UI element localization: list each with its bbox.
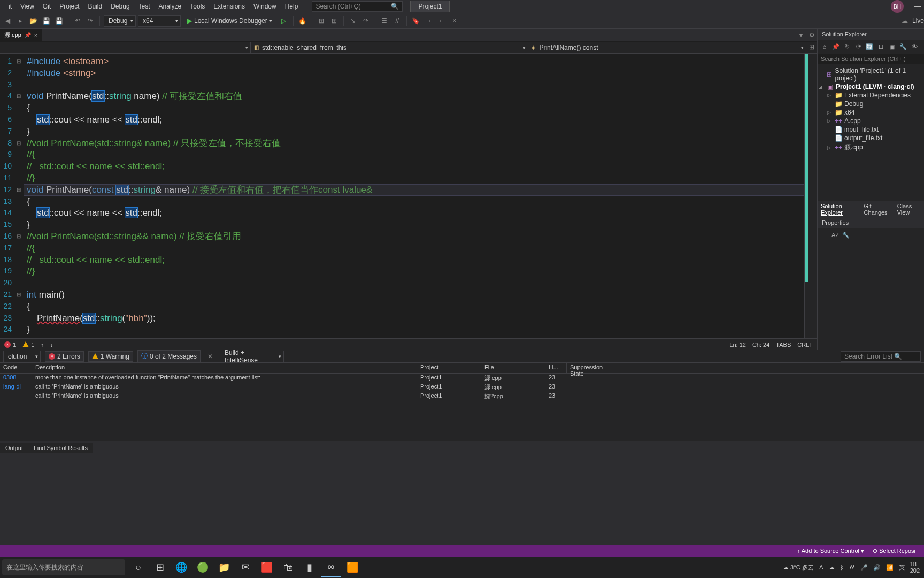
terminal-icon[interactable]: ▮ (299, 557, 320, 577)
visualstudio-icon[interactable]: ∞ (321, 557, 341, 577)
home-icon[interactable]: ⌂ (820, 42, 829, 51)
menu-debug[interactable]: Debug (106, 1, 134, 12)
taskbar-search[interactable]: 在这里输入你要搜索的内容 (2, 559, 125, 575)
menu-extensions[interactable]: Extensions (209, 1, 249, 12)
pin-icon[interactable]: 📌 (25, 32, 31, 38)
collapse-icon[interactable]: ⊟ (876, 42, 886, 51)
errlist-search[interactable]: Search Error List 🔍 (841, 351, 921, 362)
errlist-col[interactable]: Project (417, 363, 481, 373)
select-repo[interactable]: ⊕ Select Reposi (868, 547, 920, 554)
nav-back-icon[interactable]: ◀ (2, 16, 13, 26)
menu-project[interactable]: Project (55, 1, 83, 12)
refresh-icon[interactable]: 🔄 (865, 42, 874, 51)
clock[interactable]: 18202 (910, 561, 920, 574)
clear-bookmark-icon[interactable]: × (449, 16, 460, 26)
menu-git[interactable]: Git (38, 1, 55, 12)
config-dropdown[interactable]: Debug (104, 15, 136, 27)
hot-reload-icon[interactable]: 🔥 (297, 16, 308, 26)
menu-window[interactable]: Window (249, 1, 281, 12)
errors-badge[interactable]: ×2 Errors (45, 351, 84, 362)
menu-help[interactable]: Help (281, 1, 303, 12)
col-indicator[interactable]: Ch: 24 (752, 341, 769, 348)
menu-view[interactable]: View (16, 1, 38, 12)
project-selector[interactable]: Project1 (410, 1, 450, 12)
errlist-col[interactable]: Suppression State (567, 363, 620, 373)
chrome-icon[interactable]: 🟢 (192, 557, 213, 577)
step-over-icon[interactable]: ↷ (360, 16, 371, 26)
solution-search[interactable]: Search Solution Explorer (Ctrl+;) (818, 54, 924, 64)
messages-badge[interactable]: ⓘ0 of 2 Messages (137, 350, 201, 362)
warning-count[interactable]: 1 (22, 341, 34, 348)
line-indicator[interactable]: Ln: 12 (729, 341, 746, 348)
menu-search[interactable]: Search (Ctrl+Q)🔍 (312, 1, 403, 12)
tray-up-icon[interactable]: ᐱ (819, 564, 823, 571)
bottom-tab[interactable]: Output (0, 443, 28, 453)
errlist-col[interactable]: File (481, 363, 545, 373)
menu-tools[interactable]: Tools (186, 1, 209, 12)
error-row[interactable]: 0308more than one instance of overloaded… (0, 374, 924, 383)
tree-node[interactable]: ▷++A.cpp (819, 117, 923, 125)
toggle-icon[interactable]: ↻ (842, 42, 852, 51)
side-tab[interactable]: Solution Explorer (818, 201, 861, 217)
az-icon[interactable]: AZ (830, 230, 840, 240)
save-all-icon[interactable]: 💾 (53, 16, 64, 26)
add-source-control[interactable]: ↑ Add to Source Control ▾ (793, 547, 868, 554)
file-tab[interactable]: 源.cpp 📌 × (0, 29, 42, 41)
preview-icon[interactable]: 👁 (910, 42, 919, 51)
error-count[interactable]: ×1 (4, 341, 16, 348)
nav-up-icon[interactable]: ↑ (41, 341, 44, 348)
error-row[interactable]: lang-dicall to 'PrintName' is ambiguousP… (0, 383, 924, 392)
ime-icon[interactable]: 英 (899, 564, 905, 572)
wrench-icon[interactable]: 🔧 (841, 230, 851, 240)
bluetooth-icon[interactable]: ᛒ (840, 564, 844, 571)
minimize-button[interactable]: — (911, 3, 924, 10)
start-no-debug-icon[interactable]: ▷ (279, 16, 289, 26)
volume-icon[interactable]: 🔊 (873, 564, 881, 571)
battery-icon[interactable]: 🗲 (849, 564, 855, 571)
edge-icon[interactable]: 🌐 (171, 557, 191, 577)
cat-icon[interactable]: ☰ (820, 230, 829, 240)
tree-node[interactable]: ▷++源.cpp (819, 142, 923, 153)
errlist-scope-dropdown[interactable]: olution (3, 351, 41, 362)
step-into-icon[interactable]: ↘ (348, 16, 358, 26)
bottom-tab[interactable]: Find Symbol Results (28, 443, 93, 453)
scope-combo-2[interactable]: ◧std::enable_shared_from_this (251, 42, 529, 53)
prev-bookmark-icon[interactable]: ← (436, 16, 447, 26)
properties-icon[interactable]: 🔧 (898, 42, 908, 51)
side-tab[interactable]: Class View (894, 201, 924, 217)
close-tab-icon[interactable]: × (34, 32, 37, 39)
line-ending[interactable]: CRLF (797, 341, 813, 348)
menu-build[interactable]: Build (84, 1, 107, 12)
tree-node[interactable]: ▷📁External Dependencies (819, 91, 923, 100)
save-icon[interactable]: 💾 (41, 16, 51, 26)
tree-node[interactable]: 📄input_file.txt (819, 125, 923, 134)
open-icon[interactable]: 📂 (28, 16, 38, 26)
store-icon[interactable]: 🛍 (278, 557, 298, 577)
avatar[interactable]: BH (891, 0, 904, 13)
error-row[interactable]: call to 'PrintName' is ambiguousProject1… (0, 392, 924, 401)
menu-analyze[interactable]: Analyze (155, 1, 186, 12)
split-icon[interactable]: ⊞ (806, 42, 817, 52)
live-share-label[interactable]: Live (912, 17, 924, 25)
side-tab[interactable]: Git Changes (861, 201, 894, 217)
list-icon[interactable]: ☰ (379, 16, 390, 26)
clear-filter-icon[interactable]: ✕ (205, 351, 215, 362)
indent-mode[interactable]: TABS (776, 341, 791, 348)
mail-icon[interactable]: ✉ (235, 557, 256, 577)
tree-node[interactable]: 📄output_file.txt (819, 134, 923, 142)
next-bookmark-icon[interactable]: → (424, 16, 434, 26)
nav-down-icon[interactable]: ↓ (50, 341, 53, 348)
tree-node[interactable]: ▷📁x64 (819, 108, 923, 117)
build-source-dropdown[interactable]: Build + IntelliSense (220, 351, 284, 362)
errlist-col[interactable]: Description (32, 363, 417, 373)
live-share-icon[interactable]: ☁ (899, 16, 910, 26)
undo-icon[interactable]: ↶ (72, 16, 83, 26)
warnings-badge[interactable]: 1 Warning (88, 351, 133, 362)
scrollbar-v[interactable] (808, 54, 817, 338)
weather-widget[interactable]: ☁ 3°C 多云 (783, 564, 814, 572)
tree-node[interactable]: 📁Debug (819, 100, 923, 108)
menu-test[interactable]: Test (134, 1, 155, 12)
mic-icon[interactable]: 🎤 (860, 564, 868, 571)
redo-icon[interactable]: ↷ (85, 16, 96, 26)
scope-combo-3[interactable]: ◈PrintAllName() const (528, 42, 806, 53)
